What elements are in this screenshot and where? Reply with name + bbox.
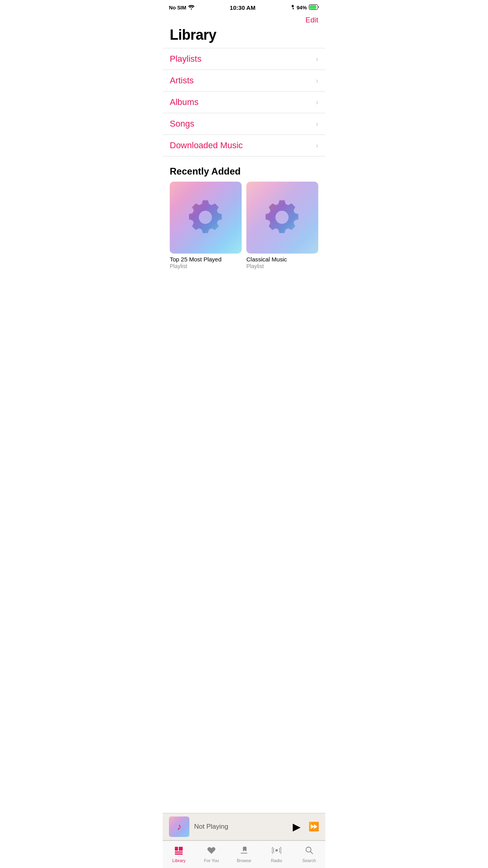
recently-added-title: Recently Added xyxy=(163,156,325,182)
battery-percentage: 94% xyxy=(297,5,307,11)
album-artwork-1 xyxy=(170,182,242,254)
album-grid: Top 25 Most Played Playlist xyxy=(163,182,325,269)
artists-label: Artists xyxy=(170,75,194,86)
downloaded-music-chevron: › xyxy=(316,142,318,150)
album-2-type: Playlist xyxy=(246,263,318,269)
downloaded-music-label: Downloaded Music xyxy=(170,140,243,151)
songs-label: Songs xyxy=(170,119,194,129)
songs-chevron: › xyxy=(316,120,318,128)
album-artwork-2 xyxy=(246,182,318,254)
album-1-name: Top 25 Most Played xyxy=(170,256,242,263)
album-card-1[interactable]: Top 25 Most Played Playlist xyxy=(170,182,242,269)
status-right: 94% xyxy=(291,4,319,11)
library-item-playlists[interactable]: Playlists › xyxy=(163,48,325,70)
status-left: No SIM xyxy=(169,5,194,11)
status-time: 10:30 AM xyxy=(230,4,255,11)
battery-icon xyxy=(309,4,319,11)
album-1-type: Playlist xyxy=(170,263,242,269)
album-card-2[interactable]: Classical Music Playlist xyxy=(246,182,318,269)
library-item-downloaded-music[interactable]: Downloaded Music › xyxy=(163,135,325,156)
albums-chevron: › xyxy=(316,98,318,107)
edit-button[interactable]: Edit xyxy=(305,16,318,24)
page-title: Library xyxy=(163,25,325,48)
wifi-icon xyxy=(188,5,194,11)
library-item-albums[interactable]: Albums › xyxy=(163,92,325,113)
playlists-label: Playlists xyxy=(170,54,202,64)
library-item-artists[interactable]: Artists › xyxy=(163,70,325,92)
main-content: Library Playlists › Artists › Albums › S… xyxy=(163,25,325,328)
library-item-songs[interactable]: Songs › xyxy=(163,113,325,135)
status-bar: No SIM 10:30 AM 94% xyxy=(163,0,325,14)
bluetooth-icon xyxy=(291,4,295,11)
carrier-label: No SIM xyxy=(169,5,186,11)
svg-rect-2 xyxy=(310,5,316,9)
svg-point-0 xyxy=(191,8,192,9)
artists-chevron: › xyxy=(316,77,318,85)
edit-bar: Edit xyxy=(163,14,325,25)
library-list: Playlists › Artists › Albums › Songs › D… xyxy=(163,48,325,156)
album-2-name: Classical Music xyxy=(246,256,318,263)
playlists-chevron: › xyxy=(316,55,318,63)
albums-label: Albums xyxy=(170,97,198,107)
